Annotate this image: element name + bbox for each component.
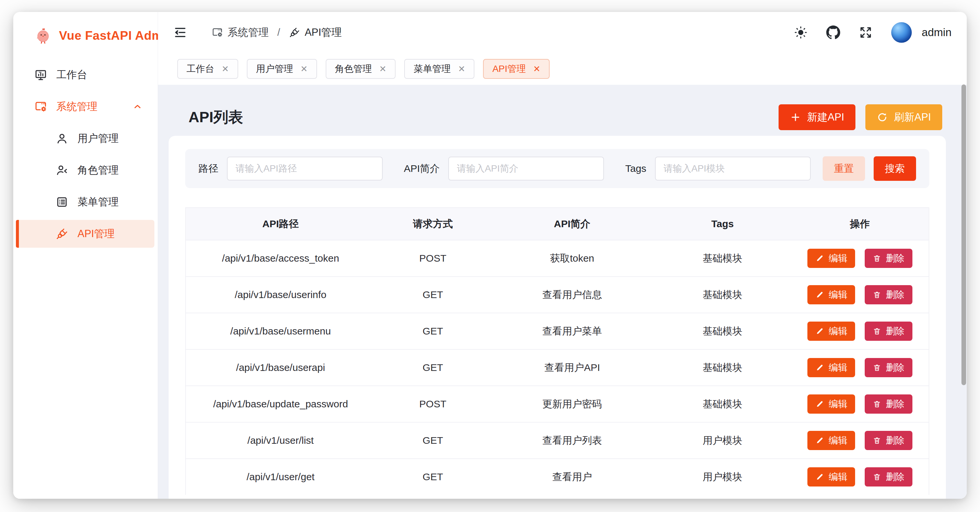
pencil-icon xyxy=(815,436,824,445)
delete-button[interactable]: 删除 xyxy=(865,249,912,268)
edit-button[interactable]: 编辑 xyxy=(807,467,855,487)
close-icon[interactable]: ✕ xyxy=(301,65,308,73)
system-icon xyxy=(35,100,47,113)
top-header: 系统管理 / API管理 xyxy=(158,12,967,53)
edit-button[interactable]: 编辑 xyxy=(807,394,855,413)
tab[interactable]: 菜单管理 ✕ xyxy=(404,59,474,79)
edit-label: 编辑 xyxy=(829,288,847,301)
cell-method: POST xyxy=(375,253,491,264)
pencil-icon xyxy=(815,327,824,336)
trash-icon xyxy=(873,472,881,481)
sidebar-item[interactable]: 角色管理 xyxy=(16,156,154,184)
user-avatar[interactable] xyxy=(891,22,912,43)
tab-label: 角色管理 xyxy=(335,63,372,75)
chevron-up-icon[interactable] xyxy=(132,102,142,111)
delete-button[interactable]: 删除 xyxy=(865,358,912,377)
trash-icon xyxy=(873,400,881,408)
edit-label: 编辑 xyxy=(829,361,847,374)
cell-actions: 编辑 删除 xyxy=(791,358,929,377)
cell-api-path: /api/v1/base/access_token xyxy=(186,253,375,264)
filter-buttons: 重置 搜索 xyxy=(822,156,916,181)
cell-tag: 基础模块 xyxy=(654,324,791,338)
search-button[interactable]: 搜索 xyxy=(873,156,916,181)
cell-actions: 编辑 删除 xyxy=(791,285,929,304)
api-table: API路径 请求方式 API简介 Tags 操作 /api/v1/base/ac… xyxy=(185,207,929,495)
tab[interactable]: 角色管理 ✕ xyxy=(326,59,396,79)
sidebar-item[interactable]: 工作台 xyxy=(16,61,154,89)
user-icon xyxy=(56,132,68,145)
workbench-icon xyxy=(35,68,47,81)
sidebar-item[interactable]: 系统管理 xyxy=(16,93,154,121)
filter-path: 路径 xyxy=(199,157,383,180)
reset-button[interactable]: 重置 xyxy=(822,156,865,181)
cell-method: POST xyxy=(375,398,491,410)
cell-tag: 用户模块 xyxy=(654,434,791,447)
cell-actions: 编辑 删除 xyxy=(791,321,929,341)
page-actions: 新建API 刷新API xyxy=(779,104,942,130)
delete-button[interactable]: 删除 xyxy=(865,431,912,450)
breadcrumb-system[interactable]: 系统管理 xyxy=(212,25,269,40)
collapse-sidebar-icon[interactable] xyxy=(173,25,187,40)
username[interactable]: admin xyxy=(922,26,951,39)
table-row: /api/v1/base/userapi GET 查看用户API 基础模块 编辑 xyxy=(186,349,929,385)
refresh-api-button[interactable]: 刷新API xyxy=(865,104,942,130)
theme-sun-icon[interactable] xyxy=(794,25,808,40)
breadcrumb-api[interactable]: API管理 xyxy=(289,25,342,40)
delete-button[interactable]: 删除 xyxy=(865,285,912,304)
tab-label: API管理 xyxy=(492,63,526,75)
tab[interactable]: 工作台 ✕ xyxy=(177,59,238,79)
edit-button[interactable]: 编辑 xyxy=(807,431,855,450)
sidebar-item[interactable]: 菜单管理 xyxy=(16,188,154,216)
new-api-label: 新建API xyxy=(807,110,844,124)
sidebar-item[interactable]: 用户管理 xyxy=(16,124,154,152)
fullscreen-icon[interactable] xyxy=(859,25,873,40)
close-icon[interactable]: ✕ xyxy=(379,65,387,73)
pencil-icon xyxy=(815,363,824,372)
table-row: /api/v1/user/list GET 查看用户列表 用户模块 编辑 xyxy=(186,422,929,458)
new-api-button[interactable]: 新建API xyxy=(779,104,856,130)
close-icon[interactable]: ✕ xyxy=(458,65,465,73)
delete-label: 删除 xyxy=(886,434,904,447)
tab[interactable]: 用户管理 ✕ xyxy=(247,59,317,79)
summary-label: API简介 xyxy=(404,162,440,175)
tab-bar: 工作台 ✕ 用户管理 ✕ 角色管理 ✕ 菜单管理 ✕ xyxy=(158,53,967,85)
table-row: /api/v1/user/get GET 查看用户 用户模块 编辑 xyxy=(186,458,929,495)
cell-tag: 用户模块 xyxy=(654,470,791,484)
close-icon[interactable]: ✕ xyxy=(222,65,229,73)
path-input[interactable] xyxy=(227,157,383,180)
github-icon[interactable] xyxy=(826,25,840,40)
summary-input[interactable] xyxy=(448,157,604,180)
delete-button[interactable]: 删除 xyxy=(865,467,912,487)
trash-icon xyxy=(873,363,881,372)
cell-api-path: /api/v1/user/get xyxy=(186,471,375,483)
sidebar-item[interactable]: API管理 xyxy=(16,220,154,248)
pencil-icon xyxy=(815,291,824,299)
filter-bar: 路径 API简介 Tags 重置 搜索 xyxy=(185,149,929,188)
cell-tag: 基础模块 xyxy=(654,288,791,302)
cell-summary: 查看用户菜单 xyxy=(490,324,654,338)
refresh-icon xyxy=(877,111,888,123)
edit-button[interactable]: 编辑 xyxy=(807,249,855,268)
breadcrumb: 系统管理 / API管理 xyxy=(212,25,342,40)
app-title: Vue FastAPI Admin xyxy=(59,29,174,43)
page-title: API列表 xyxy=(189,107,243,127)
edit-label: 编辑 xyxy=(829,252,847,265)
close-icon[interactable]: ✕ xyxy=(533,65,540,73)
tab-label: 工作台 xyxy=(186,63,214,75)
pencil-icon xyxy=(815,254,824,262)
delete-button[interactable]: 删除 xyxy=(865,394,912,413)
edit-button[interactable]: 编辑 xyxy=(807,321,855,341)
tab[interactable]: API管理 ✕ xyxy=(483,59,550,79)
edit-button[interactable]: 编辑 xyxy=(807,285,855,304)
delete-button[interactable]: 删除 xyxy=(865,321,912,341)
api-plug-icon xyxy=(289,27,300,38)
cell-method: GET xyxy=(375,326,491,337)
tags-input[interactable] xyxy=(655,157,811,180)
cell-method: GET xyxy=(375,362,491,373)
edit-button[interactable]: 编辑 xyxy=(807,358,855,377)
api-list-card: 路径 API简介 Tags 重置 搜索 xyxy=(169,136,946,499)
main-area: 系统管理 / API管理 xyxy=(158,12,967,499)
edit-label: 编辑 xyxy=(829,325,847,337)
vertical-scrollbar[interactable] xyxy=(961,84,966,385)
app-logo[interactable]: Vue FastAPI Admin xyxy=(13,12,158,45)
